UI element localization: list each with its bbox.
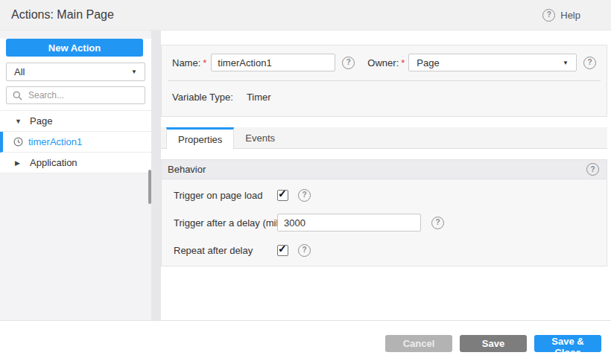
owner-select-value: Page — [417, 57, 439, 68]
tab-label: Properties — [178, 134, 222, 145]
trigger-delay-help-icon[interactable]: ? — [431, 217, 444, 229]
tree-item-application[interactable]: ▶ Application — [0, 153, 151, 173]
new-action-button[interactable]: New Action — [6, 39, 143, 57]
panel-divider — [151, 31, 161, 320]
chevron-down-icon: ▼ — [563, 60, 569, 66]
name-label: Name: — [172, 57, 200, 68]
behavior-header: Behavior ? — [162, 160, 607, 179]
owner-help-icon[interactable]: ? — [583, 57, 596, 69]
behavior-title: Behavior — [168, 164, 206, 175]
filter-select[interactable]: All ▼ — [6, 63, 145, 81]
sidebar-controls: New Action All ▼ ▼ Page — [0, 39, 151, 173]
tree-item-label: Page — [30, 115, 52, 127]
dialog-header: Actions: Main Page ? Help — [0, 0, 611, 31]
filter-select-value: All — [14, 66, 25, 77]
dialog-body: New Action All ▼ ▼ Page — [0, 31, 611, 320]
check-icon: ✓ — [278, 243, 287, 255]
collapse-arrow-icon[interactable]: ▼ — [15, 118, 22, 125]
required-marker: * — [203, 57, 206, 68]
expand-arrow-icon[interactable]: ▶ — [15, 159, 22, 167]
repeat-after-delay-help-icon[interactable]: ? — [298, 244, 311, 257]
owner-label: Owner: — [367, 57, 399, 68]
check-icon: ✓ — [278, 188, 287, 199]
owner-select[interactable]: Page ▼ — [408, 54, 577, 71]
save-and-close-button[interactable]: Save & Close — [534, 335, 601, 352]
tree-item-label: Application — [30, 157, 77, 168]
name-input[interactable] — [211, 54, 335, 71]
tree-item-label: timerAction1 — [28, 136, 82, 147]
variable-type-row: Variable Type: Timer — [162, 81, 607, 103]
trigger-delay-row: Trigger after a delay (millisec… ? — [174, 213, 607, 232]
trigger-on-page-load-row: Trigger on page load ✓ ? — [174, 185, 607, 205]
required-marker: * — [401, 57, 405, 68]
action-settings-panel: Name: * ? Owner: * Page ▼ ? Variable Typ… — [161, 45, 607, 117]
tree-item-timeraction1[interactable]: timerAction1 — [0, 132, 151, 153]
name-help-icon[interactable]: ? — [342, 57, 355, 69]
trigger-delay-label: Trigger after a delay (millisec… — [174, 217, 277, 229]
repeat-after-delay-label: Repeat after delay — [174, 245, 277, 256]
repeat-after-delay-checkbox[interactable]: ✓ — [277, 245, 288, 256]
trigger-on-page-load-label: Trigger on page load — [174, 190, 277, 201]
behavior-body: Trigger on page load ✓ ? Trigger after a… — [162, 179, 607, 266]
help-icon: ? — [542, 9, 555, 22]
trigger-on-page-load-checkbox[interactable]: ✓ — [277, 190, 288, 201]
main-panel: Name: * ? Owner: * Page ▼ ? Variable Typ… — [161, 31, 607, 266]
variable-type-label: Variable Type: — [172, 92, 233, 103]
trigger-on-page-load-help-icon[interactable]: ? — [298, 189, 311, 202]
tab-label: Events — [245, 132, 275, 144]
help-button[interactable]: ? Help — [542, 9, 611, 22]
search-icon — [13, 91, 22, 100]
help-label: Help — [560, 10, 580, 21]
search-input[interactable] — [27, 89, 139, 101]
name-owner-row: Name: * ? Owner: * Page ▼ ? — [162, 45, 607, 71]
repeat-after-delay-row: Repeat after delay ✓ ? — [174, 240, 607, 260]
dialog-footer: Cancel Save Save & Close — [0, 320, 611, 364]
actions-sidebar: New Action All ▼ ▼ Page — [0, 31, 151, 320]
tab-properties[interactable]: Properties — [166, 127, 234, 149]
actions-dialog: Actions: Main Page ? Help New Action All… — [0, 0, 611, 364]
save-button[interactable]: Save — [460, 335, 527, 352]
search-box — [6, 86, 145, 104]
tree-item-page[interactable]: ▼ Page — [0, 111, 151, 132]
trigger-delay-input[interactable] — [277, 214, 421, 232]
behavior-section: Behavior ? Trigger on page load ✓ ? Trig… — [161, 159, 607, 266]
tab-bar: Properties Events — [161, 127, 607, 149]
cancel-button[interactable]: Cancel — [385, 335, 452, 352]
variable-type-value: Timer — [247, 92, 271, 103]
timer-clock-icon — [13, 137, 23, 147]
actions-tree: ▼ Page timerAction1 ▶ — [0, 110, 151, 173]
page-title: Actions: Main Page — [0, 8, 114, 22]
tab-events[interactable]: Events — [234, 127, 286, 148]
behavior-help-icon[interactable]: ? — [586, 163, 599, 176]
chevron-down-icon: ▼ — [131, 68, 137, 75]
